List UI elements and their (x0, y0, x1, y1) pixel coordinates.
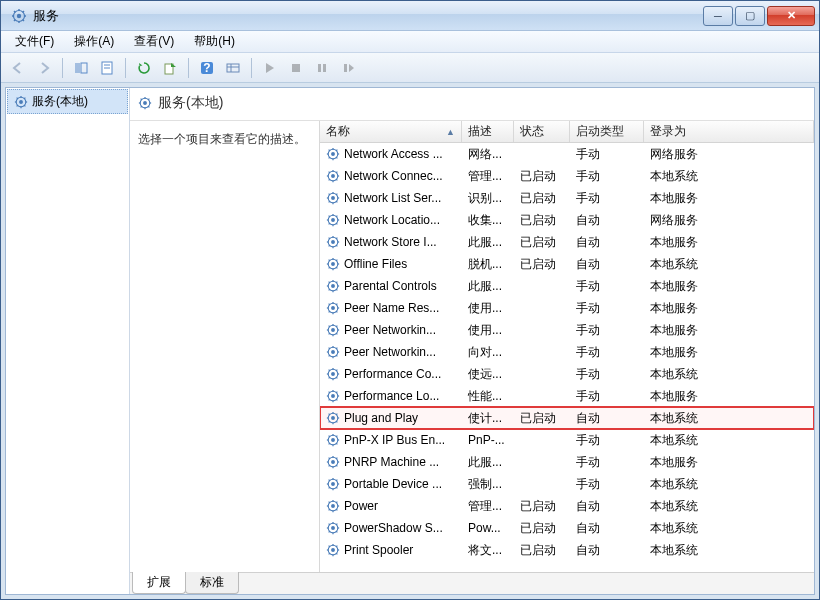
close-button[interactable]: ✕ (767, 6, 815, 26)
menu-file[interactable]: 文件(F) (5, 31, 64, 52)
service-logon: 本地服务 (644, 190, 814, 207)
service-icon (326, 279, 340, 293)
description-panel: 选择一个项目来查看它的描述。 (130, 121, 320, 572)
service-startup: 自动 (570, 520, 644, 537)
tree-node-label: 服务(本地) (32, 93, 88, 110)
table-row[interactable]: Portable Device ...强制...手动本地系统 (320, 473, 814, 495)
service-logon: 网络服务 (644, 146, 814, 163)
table-row[interactable]: Plug and Play使计...已启动自动本地系统 (320, 407, 814, 429)
table-row[interactable]: Peer Networkin...向对...手动本地服务 (320, 341, 814, 363)
service-name: Parental Controls (344, 279, 437, 293)
column-header-description[interactable]: 描述 (462, 121, 514, 142)
table-row[interactable]: Performance Co...使远...手动本地系统 (320, 363, 814, 385)
restart-service-button[interactable] (337, 57, 359, 79)
table-row[interactable]: Network Store I...此服...已启动自动本地服务 (320, 231, 814, 253)
table-row[interactable]: PnP-X IP Bus En...PnP-...手动本地系统 (320, 429, 814, 451)
minimize-button[interactable]: ─ (703, 6, 733, 26)
table-row[interactable]: PNRP Machine ...此服...手动本地服务 (320, 451, 814, 473)
column-header-status[interactable]: 状态 (514, 121, 570, 142)
help-button[interactable]: ? (196, 57, 218, 79)
show-hide-tree-button[interactable] (70, 57, 92, 79)
service-logon: 网络服务 (644, 212, 814, 229)
tab-standard[interactable]: 标准 (185, 572, 239, 594)
svg-rect-22 (318, 64, 321, 72)
start-service-button[interactable] (259, 57, 281, 79)
service-logon: 本地服务 (644, 322, 814, 339)
service-description: 此服... (462, 234, 514, 251)
table-row[interactable]: Network Locatio...收集...已启动自动网络服务 (320, 209, 814, 231)
app-icon (11, 8, 27, 24)
table-row[interactable]: Performance Lo...性能...手动本地服务 (320, 385, 814, 407)
service-logon: 本地系统 (644, 498, 814, 515)
table-row[interactable]: Print Spooler将文...已启动自动本地系统 (320, 539, 814, 561)
tree-pane[interactable]: 服务(本地) (6, 88, 130, 594)
service-startup: 手动 (570, 278, 644, 295)
service-startup: 自动 (570, 498, 644, 515)
service-icon (326, 543, 340, 557)
service-logon: 本地服务 (644, 388, 814, 405)
titlebar[interactable]: 服务 ─ ▢ ✕ (1, 1, 819, 31)
table-row[interactable]: Parental Controls此服...手动本地服务 (320, 275, 814, 297)
menu-view[interactable]: 查看(V) (124, 31, 184, 52)
view-tabs: 扩展 标准 (130, 572, 814, 594)
service-startup: 手动 (570, 388, 644, 405)
service-name: PnP-X IP Bus En... (344, 433, 445, 447)
column-header-name[interactable]: 名称▲ (320, 121, 462, 142)
table-row[interactable]: Peer Networkin...使用...手动本地服务 (320, 319, 814, 341)
service-logon: 本地服务 (644, 278, 814, 295)
service-description: 性能... (462, 388, 514, 405)
properties-button[interactable] (96, 57, 118, 79)
service-name: Network Access ... (344, 147, 443, 161)
service-startup: 手动 (570, 300, 644, 317)
service-logon: 本地系统 (644, 366, 814, 383)
service-name: Network Locatio... (344, 213, 440, 227)
svg-rect-23 (323, 64, 326, 72)
list-view-button[interactable] (222, 57, 244, 79)
export-button[interactable] (159, 57, 181, 79)
column-header-logon[interactable]: 登录为 (644, 121, 814, 142)
back-button[interactable] (7, 57, 29, 79)
menu-help[interactable]: 帮助(H) (184, 31, 245, 52)
stop-service-button[interactable] (285, 57, 307, 79)
pane-header: 服务(本地) (130, 88, 814, 121)
service-description: 此服... (462, 278, 514, 295)
svg-text:?: ? (203, 61, 210, 75)
service-description: 将文... (462, 542, 514, 559)
tree-node-services-local[interactable]: 服务(本地) (7, 89, 128, 114)
list-rows[interactable]: Network Access ...网络...手动网络服务Network Con… (320, 143, 814, 572)
service-icon (138, 96, 152, 110)
service-description: 使计... (462, 410, 514, 427)
table-row[interactable]: Network Connec...管理...已启动手动本地系统 (320, 165, 814, 187)
service-status: 已启动 (514, 212, 570, 229)
toolbar: ? (1, 53, 819, 83)
service-icon (326, 147, 340, 161)
description-hint: 选择一个项目来查看它的描述。 (138, 131, 311, 148)
window-title: 服务 (33, 7, 703, 25)
pause-service-button[interactable] (311, 57, 333, 79)
service-startup: 手动 (570, 190, 644, 207)
menu-action[interactable]: 操作(A) (64, 31, 124, 52)
service-name: Print Spooler (344, 543, 413, 557)
column-headers: 名称▲ 描述 状态 启动类型 登录为 (320, 121, 814, 143)
table-row[interactable]: Network Access ...网络...手动网络服务 (320, 143, 814, 165)
svg-rect-24 (344, 64, 347, 72)
tab-extended[interactable]: 扩展 (132, 572, 186, 594)
service-icon (326, 191, 340, 205)
table-row[interactable]: PowerShadow S...Pow...已启动自动本地系统 (320, 517, 814, 539)
service-status: 已启动 (514, 168, 570, 185)
table-row[interactable]: Power管理...已启动自动本地系统 (320, 495, 814, 517)
service-description: 识别... (462, 190, 514, 207)
table-row[interactable]: Peer Name Res...使用...手动本地服务 (320, 297, 814, 319)
table-row[interactable]: Network List Ser...识别...已启动手动本地服务 (320, 187, 814, 209)
service-name: Power (344, 499, 378, 513)
service-logon: 本地系统 (644, 432, 814, 449)
service-startup: 手动 (570, 432, 644, 449)
table-row[interactable]: Offline Files脱机...已启动自动本地系统 (320, 253, 814, 275)
service-name: Peer Networkin... (344, 323, 436, 337)
column-header-startup[interactable]: 启动类型 (570, 121, 644, 142)
forward-button[interactable] (33, 57, 55, 79)
service-startup: 手动 (570, 344, 644, 361)
refresh-button[interactable] (133, 57, 155, 79)
maximize-button[interactable]: ▢ (735, 6, 765, 26)
pane-title: 服务(本地) (158, 94, 223, 112)
